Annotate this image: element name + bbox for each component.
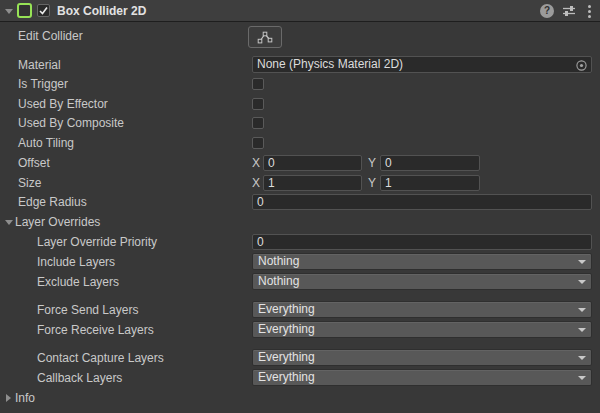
dropdown-arrow-icon	[578, 308, 586, 312]
layer-override-priority-input[interactable]	[252, 234, 592, 250]
include-layers-label: Include Layers	[37, 252, 115, 272]
include-layers-row: Include Layers Nothing	[0, 252, 600, 272]
offset-y-input[interactable]	[380, 155, 480, 171]
include-layers-value: Nothing	[258, 254, 299, 268]
force-receive-layers-label: Force Receive Layers	[37, 320, 154, 340]
size-y-axis-label[interactable]: Y	[368, 173, 376, 193]
component-title: Box Collider 2D	[57, 0, 146, 22]
material-object-field[interactable]: None (Physics Material 2D)	[252, 56, 592, 73]
dropdown-arrow-icon	[578, 280, 586, 284]
auto-tiling-label: Auto Tiling	[18, 133, 74, 153]
edit-collider-row: Edit Collider	[0, 24, 600, 48]
offset-x-axis-label[interactable]: X	[252, 153, 260, 173]
presets-icon[interactable]	[562, 4, 576, 21]
edit-collider-icon	[257, 31, 273, 44]
contact-capture-layers-value: Everything	[258, 350, 315, 364]
force-receive-layers-value: Everything	[258, 322, 315, 336]
size-row: Size X Y	[0, 173, 600, 193]
callback-layers-value: Everything	[258, 370, 315, 384]
used-by-composite-checkbox[interactable]	[252, 117, 264, 129]
include-layers-dropdown[interactable]: Nothing	[252, 253, 592, 270]
force-send-layers-dropdown[interactable]: Everything	[252, 301, 592, 318]
size-x-input[interactable]	[263, 175, 362, 191]
edit-collider-button[interactable]	[248, 26, 282, 48]
contact-capture-layers-label: Contact Capture Layers	[37, 348, 164, 368]
info-foldout-icon[interactable]	[6, 394, 11, 402]
offset-row: Offset X Y	[0, 153, 600, 173]
box-collider-2d-icon	[17, 3, 32, 18]
used-by-effector-row: Used By Effector	[0, 94, 600, 114]
layer-overrides-foldout[interactable]: Layer Overrides	[0, 212, 600, 232]
size-y-input[interactable]	[380, 175, 480, 191]
material-label: Material	[18, 55, 61, 75]
callback-layers-row: Callback Layers Everything	[0, 368, 600, 388]
help-icon[interactable]: ?	[540, 4, 554, 18]
offset-label: Offset	[18, 153, 50, 173]
layer-overrides-label: Layer Overrides	[15, 212, 100, 232]
kebab-menu-icon[interactable]	[588, 4, 591, 18]
force-receive-layers-row: Force Receive Layers Everything	[0, 320, 600, 340]
layer-overrides-foldout-icon[interactable]	[5, 220, 13, 225]
component-foldout-icon[interactable]	[5, 9, 13, 14]
is-trigger-label: Is Trigger	[18, 74, 68, 94]
force-send-layers-row: Force Send Layers Everything	[0, 300, 600, 320]
is-trigger-checkbox[interactable]	[252, 78, 264, 90]
dropdown-arrow-icon	[578, 376, 586, 380]
checkmark-icon	[38, 5, 49, 16]
exclude-layers-dropdown[interactable]: Nothing	[252, 273, 592, 290]
edit-collider-label: Edit Collider	[18, 24, 83, 48]
used-by-composite-row: Used By Composite	[0, 113, 600, 133]
force-receive-layers-dropdown[interactable]: Everything	[252, 321, 592, 338]
exclude-layers-label: Exclude Layers	[37, 272, 119, 292]
info-foldout[interactable]: Info	[0, 388, 600, 408]
dropdown-arrow-icon	[578, 356, 586, 360]
component-header[interactable]: Box Collider 2D ?	[0, 0, 600, 22]
auto-tiling-checkbox[interactable]	[252, 137, 264, 149]
callback-layers-dropdown[interactable]: Everything	[252, 369, 592, 386]
contact-capture-layers-dropdown[interactable]: Everything	[252, 349, 592, 366]
box-collider-2d-inspector: Box Collider 2D ? Edit Collider	[0, 0, 600, 413]
edge-radius-label: Edge Radius	[18, 192, 87, 212]
exclude-layers-value: Nothing	[258, 274, 299, 288]
layer-override-priority-label: Layer Override Priority	[37, 232, 157, 252]
force-send-layers-label: Force Send Layers	[37, 300, 138, 320]
exclude-layers-row: Exclude Layers Nothing	[0, 272, 600, 292]
size-x-axis-label[interactable]: X	[252, 173, 260, 193]
callback-layers-label: Callback Layers	[37, 368, 122, 388]
component-enabled-checkbox[interactable]	[37, 4, 50, 17]
edge-radius-row: Edge Radius	[0, 192, 600, 212]
info-label: Info	[15, 388, 35, 408]
force-send-layers-value: Everything	[258, 302, 315, 316]
dropdown-arrow-icon	[578, 260, 586, 264]
layer-override-priority-row: Layer Override Priority	[0, 232, 600, 252]
material-row: Material None (Physics Material 2D)	[0, 55, 600, 75]
used-by-effector-checkbox[interactable]	[252, 98, 264, 110]
auto-tiling-row: Auto Tiling	[0, 133, 600, 153]
offset-x-input[interactable]	[263, 155, 362, 171]
edge-radius-input[interactable]	[252, 194, 592, 210]
size-label: Size	[18, 173, 41, 193]
material-value: None (Physics Material 2D)	[257, 57, 403, 71]
used-by-composite-label: Used By Composite	[18, 113, 124, 133]
offset-y-axis-label[interactable]: Y	[368, 153, 376, 173]
is-trigger-row: Is Trigger	[0, 74, 600, 94]
contact-capture-layers-row: Contact Capture Layers Everything	[0, 348, 600, 368]
used-by-effector-label: Used By Effector	[18, 94, 108, 114]
dropdown-arrow-icon	[578, 328, 586, 332]
